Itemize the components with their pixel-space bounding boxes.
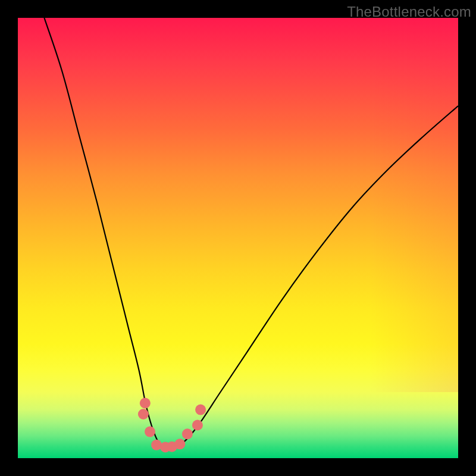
marker-dot <box>182 428 193 439</box>
marker-dot <box>140 398 151 409</box>
watermark-text: TheBottleneck.com <box>347 4 471 20</box>
curve-markers <box>138 398 206 453</box>
marker-dot <box>138 409 149 419</box>
bottleneck-curve <box>44 18 458 447</box>
marker-dot <box>145 427 155 437</box>
marker-dot <box>195 405 206 415</box>
marker-dot <box>174 439 185 449</box>
chart-frame: TheBottleneck.com <box>0 0 476 476</box>
plot-area <box>18 18 458 458</box>
curve-layer <box>18 18 458 458</box>
marker-dot <box>192 420 203 431</box>
